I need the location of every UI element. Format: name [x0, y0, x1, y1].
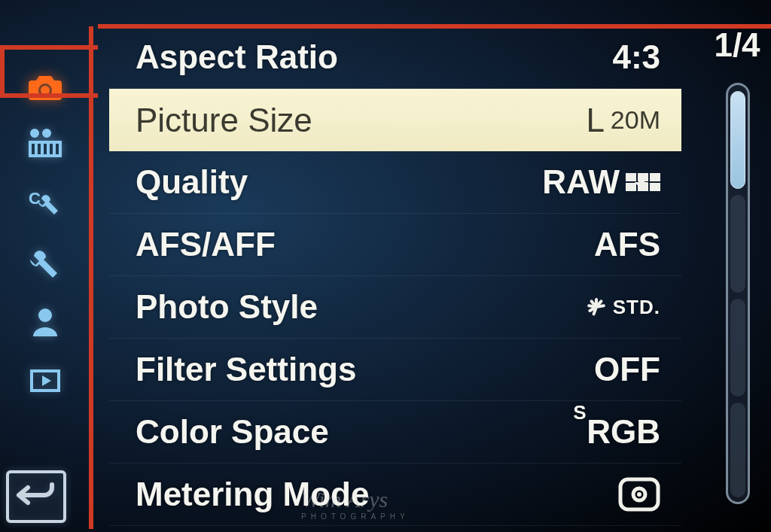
menu-item-quality[interactable]: Quality RAW: [109, 151, 681, 214]
burst-icon: [586, 296, 607, 318]
wrench-c-icon: C: [27, 187, 63, 220]
person-icon: [27, 305, 63, 338]
scrollbar-segment-2: [730, 195, 745, 293]
svg-rect-2: [44, 144, 47, 154]
return-icon: [16, 480, 56, 513]
video-icon: [27, 129, 63, 162]
playback-icon: [27, 363, 63, 397]
menu-item-label: Photo Style: [136, 288, 318, 326]
my-menu-tab[interactable]: [23, 302, 68, 340]
menu-item-metering-mode[interactable]: Metering Mode: [109, 464, 681, 526]
menu-item-label: Quality: [136, 163, 248, 201]
menu-item-label: Picture Size: [136, 102, 312, 139]
setup-tab[interactable]: [23, 244, 68, 281]
menu-item-value: AFS: [594, 226, 660, 263]
raw-fine-icon: [626, 173, 660, 191]
menu: Aspect Ratio 4:3 Picture Size L 20M Qual…: [109, 26, 681, 529]
menu-item-picture-size[interactable]: Picture Size L 20M: [109, 89, 681, 151]
svg-rect-3: [50, 144, 53, 154]
menu-item-value: STD.: [586, 296, 660, 319]
menu-item-value: 4:3: [612, 38, 660, 76]
menu-item-aspect-ratio[interactable]: Aspect Ratio 4:3: [109, 26, 681, 89]
menu-item-value: L 20M: [586, 102, 660, 139]
motion-picture-tab[interactable]: [23, 126, 68, 164]
custom-tab[interactable]: C: [23, 185, 68, 223]
scrollbar-segment-3: [730, 299, 745, 397]
svg-point-10: [637, 492, 641, 497]
page-indicator: 1/4: [703, 26, 771, 64]
svg-rect-0: [32, 144, 35, 154]
menu-item-label: Filter Settings: [136, 351, 356, 388]
menu-item-label: Aspect Ratio: [136, 38, 338, 76]
sidebar: C: [0, 0, 90, 532]
rec-tab[interactable]: [23, 68, 68, 105]
menu-item-label: Color Space: [136, 413, 329, 451]
playback-tab[interactable]: [23, 361, 68, 399]
page-scrollbar[interactable]: [726, 83, 750, 504]
menu-item-color-space[interactable]: Color Space S RGB: [109, 401, 681, 464]
wrench-icon: [27, 246, 63, 279]
svg-point-6: [38, 309, 52, 322]
scrollbar-segment-4: [730, 403, 745, 497]
menu-item-photo-style[interactable]: Photo Style STD.: [109, 276, 681, 339]
svg-rect-1: [38, 144, 41, 154]
menu-item-label: AFS/AFF: [136, 226, 276, 263]
back-button[interactable]: [6, 470, 66, 523]
scrollbar-segment-1: [730, 91, 745, 189]
svg-rect-4: [56, 144, 59, 154]
menu-item-label: Metering Mode: [136, 476, 369, 513]
menu-item-filter-settings[interactable]: Filter Settings OFF: [109, 339, 681, 401]
svg-text:C: C: [29, 189, 41, 208]
menu-item-value: S RGB: [587, 413, 660, 451]
menu-item-afs-aff[interactable]: AFS/AFF AFS: [109, 214, 681, 276]
camera-icon: [27, 70, 63, 103]
menu-item-value: OFF: [594, 351, 660, 388]
menu-item-value: RAW: [542, 163, 660, 201]
arrow-down-icon: [635, 160, 648, 197]
metering-multi-icon: [618, 477, 660, 512]
